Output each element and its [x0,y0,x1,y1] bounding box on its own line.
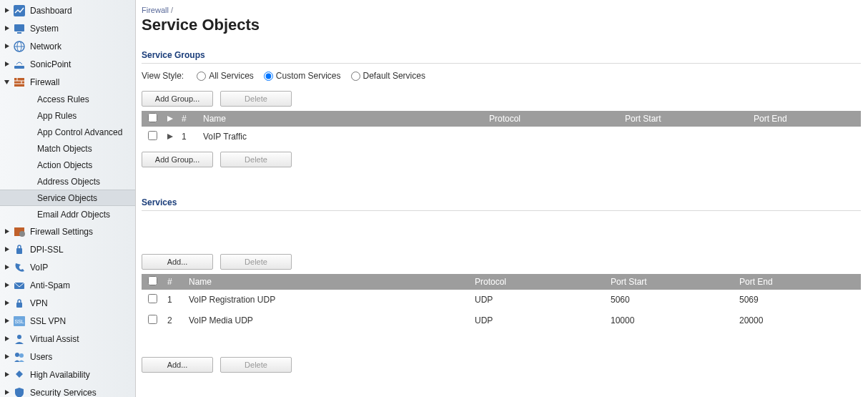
services-col-port-end: Port End [735,274,861,290]
sidebar-item-security-services[interactable]: Security Services [0,383,135,397]
sidebar-subitem-address-objects[interactable]: Address Objects [0,173,135,190]
page-title: Service Objects [142,16,861,34]
sidebar-item-sonicpoint[interactable]: SonicPoint [0,55,135,73]
expand-arrow-icon[interactable] [3,264,10,271]
view-style-row: View Style: All Services Custom Services… [142,71,861,81]
sidebar-item-label: VPN [30,298,48,308]
expand-arrow-icon[interactable] [3,25,10,32]
expand-arrow-icon[interactable] [3,282,10,289]
sidebar-subitem-label: Address Objects [37,177,100,187]
sidebar-item-label: System [30,24,59,34]
radio-custom-services[interactable]: Custom Services [264,71,341,81]
delete-group-button-top[interactable]: Delete [220,91,292,107]
svg-marker-17 [5,229,9,234]
sidebar-item-vpn[interactable]: VPN [0,294,135,312]
expand-arrow-icon[interactable] [3,61,10,68]
sidebar-item-high-availability[interactable]: High Availability [0,366,135,383]
sidebar-item-firewall[interactable]: Firewall [0,73,135,91]
sidebar-item-label: SonicPoint [30,59,71,69]
svg-marker-32 [5,354,9,359]
expand-arrow-icon[interactable] [3,79,10,86]
svg-marker-25 [5,300,9,305]
groups-col-expand[interactable] [163,111,177,127]
sidebar-subitem-access-rules[interactable]: Access Rules [0,91,135,107]
sidebar-item-dpi-ssl[interactable]: DPI-SSL [0,240,135,258]
sidebar-item-anti-spam[interactable]: Anti-Spam [0,276,135,294]
svg-rect-21 [16,248,22,254]
sidebar-item-ssl-vpn[interactable]: SSLSSL VPN [0,312,135,330]
svg-rect-4 [17,32,21,34]
breadcrumb-root[interactable]: Firewall [142,6,169,14]
expand-arrow-icon[interactable] [3,7,10,14]
radio-all-services[interactable]: All Services [197,71,254,81]
sidebar-item-virtual-assist[interactable]: Virtual Assist [0,330,135,348]
sidebar-item-firewall-settings[interactable]: Firewall Settings [0,222,135,240]
groups-col-port-start: Port Start [621,111,749,127]
row-checkbox[interactable] [148,294,157,303]
svg-marker-40 [167,116,173,122]
delete-group-button-bottom[interactable]: Delete [220,152,292,167]
add-service-button-bottom[interactable]: Add... [142,357,213,373]
expand-arrow-icon[interactable] [3,318,10,325]
row-protocol [485,127,621,147]
svg-marker-2 [5,26,9,31]
sidebar-subitem-action-objects[interactable]: Action Objects [0,157,135,173]
add-service-button-top[interactable]: Add... [142,254,213,270]
groups-select-all[interactable] [148,113,157,122]
radio-custom-services-input[interactable] [264,72,273,81]
expand-arrow-icon[interactable] [3,371,10,378]
dpissl-icon [13,243,26,256]
svg-marker-11 [4,80,9,84]
add-group-button-bottom[interactable]: Add Group... [142,152,213,167]
sidebar: DashboardSystemNetworkSonicPointFirewall… [0,0,136,397]
breadcrumb-sep: / [171,6,173,14]
service-row[interactable]: 2VoIP Media UDPUDP1000020000 [142,310,861,331]
firewall-icon [13,76,26,89]
services-select-all[interactable] [148,276,157,285]
row-port-end [749,127,861,147]
delete-service-button-top[interactable]: Delete [220,254,292,270]
expand-arrow-icon[interactable] [3,389,10,396]
fwsettings-icon [13,225,26,238]
expand-arrow-icon[interactable] [3,300,10,307]
sidebar-subitem-match-objects[interactable]: Match Objects [0,140,135,157]
sidebar-subitem-app-control-advanced[interactable]: App Control Advanced [0,124,135,140]
sidebar-item-dashboard[interactable]: Dashboard [0,1,135,19]
expand-arrow-icon[interactable] [3,43,10,50]
sidebar-item-system[interactable]: System [0,19,135,37]
service-group-row[interactable]: 1VoIP Traffic [142,127,861,147]
sidebar-item-label: Users [30,352,52,362]
row-checkbox[interactable] [148,131,157,140]
radio-default-services-input[interactable] [351,72,360,81]
svg-marker-5 [5,44,9,49]
svg-marker-9 [5,62,9,67]
sidebar-item-network[interactable]: Network [0,37,135,55]
sidebar-item-users[interactable]: Users [0,348,135,366]
virtassist-icon [13,333,26,345]
sidebar-item-voip[interactable]: VoIP [0,258,135,276]
sidebar-item-label: Security Services [30,388,97,398]
expand-arrow-icon[interactable] [3,353,10,361]
add-group-button-top[interactable]: Add Group... [142,91,213,107]
users-icon [13,351,26,363]
expand-arrow-icon[interactable] [3,246,10,253]
sidebar-subitem-email-addr-objects[interactable]: Email Addr Objects [0,206,135,222]
expand-arrow-icon[interactable] [3,228,10,235]
services-col-port-start: Port Start [606,274,735,290]
sidebar-subitem-label: App Rules [37,111,77,121]
sidebar-subitem-service-objects[interactable]: Service Objects [0,190,135,206]
ha-icon [13,368,26,381]
radio-all-services-input[interactable] [197,72,206,81]
service-row[interactable]: 1VoIP Registration UDPUDP50605069 [142,290,861,310]
services-table: # Name Protocol Port Start Port End 1VoI… [142,274,861,331]
sidebar-subitem-label: Action Objects [37,160,92,170]
delete-service-button-bottom[interactable]: Delete [220,357,292,373]
sidebar-subitem-app-rules[interactable]: App Rules [0,107,135,124]
row-expand-icon[interactable] [167,132,173,142]
expand-arrow-icon[interactable] [3,335,10,343]
radio-default-services[interactable]: Default Services [351,71,425,81]
row-checkbox[interactable] [148,315,157,324]
services-col-protocol: Protocol [470,274,606,290]
radio-default-services-label: Default Services [363,71,425,81]
svg-rect-10 [14,66,24,69]
